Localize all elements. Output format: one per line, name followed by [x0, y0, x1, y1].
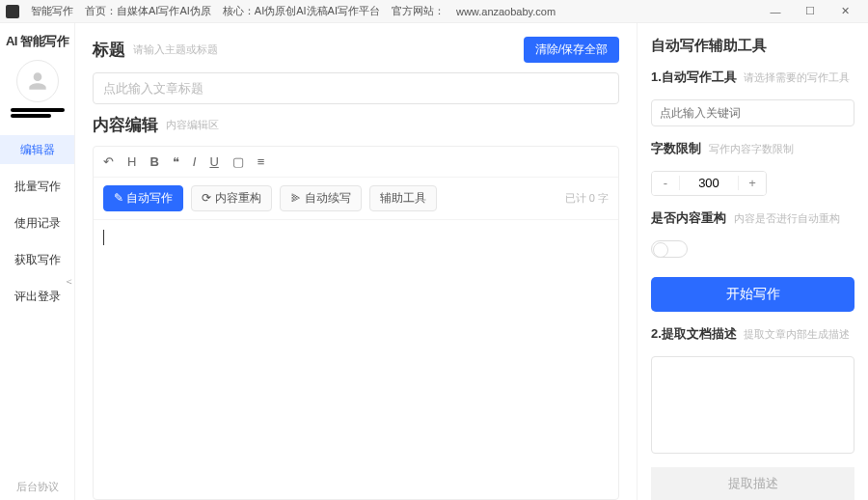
continue-button[interactable]: ⫸ 自动续写: [280, 185, 362, 211]
tools-button[interactable]: 辅助工具: [369, 185, 437, 211]
avatar-icon: [25, 69, 50, 94]
editor-card: ↶ H B ❝ I U ▢ ≡ ✎ 自动写作 ⟳ 内容重构 ⫸ 自动续写 辅助工…: [93, 146, 619, 500]
image-icon[interactable]: ▢: [232, 154, 244, 169]
word-limit-stepper: - +: [651, 171, 767, 196]
header-url[interactable]: www.anzaobaby.com: [456, 6, 556, 17]
underline-icon[interactable]: U: [209, 154, 218, 169]
editor-body[interactable]: [94, 220, 618, 499]
title-input[interactable]: [93, 72, 619, 104]
maximize-button[interactable]: ☐: [793, 0, 827, 23]
sidebar-item-obtain[interactable]: 获取写作: [0, 245, 74, 274]
sidebar-item-batch[interactable]: 批量写作: [0, 172, 74, 201]
avatar[interactable]: [16, 60, 59, 102]
main-area: 标题 请输入主题或标题 清除/保存全部 内容编辑 内容编辑区 ↶ H B ❝ I…: [75, 23, 637, 500]
right-panel: 自动写作辅助工具 1.自动写作工具 请选择需要的写作工具 字数限制 写作内容字数…: [637, 23, 868, 500]
quote-icon[interactable]: ❝: [173, 154, 179, 169]
logo-text: AI 智能写作: [6, 33, 68, 50]
italic-icon[interactable]: I: [193, 154, 197, 169]
rewrite-button[interactable]: ⟳ 内容重构: [191, 185, 271, 211]
minimize-button[interactable]: —: [758, 0, 793, 23]
tool-hint: 请选择需要的写作工具: [744, 71, 850, 83]
close-button[interactable]: ✕: [827, 0, 862, 23]
bold-icon[interactable]: B: [149, 154, 158, 169]
stepper-minus[interactable]: -: [652, 172, 679, 195]
restruct-toggle[interactable]: [651, 240, 688, 258]
restruct-hint: 内容是否进行自动重构: [734, 212, 840, 224]
header-link-3: 官方网站：: [392, 4, 445, 18]
sidebar-item-editor[interactable]: 编辑器: [0, 135, 74, 164]
heading-tool-icon[interactable]: H: [127, 154, 136, 169]
right-panel-title: 自动写作辅助工具: [651, 37, 854, 55]
tool-label: 1.自动写作工具: [651, 69, 737, 84]
description-box[interactable]: [651, 356, 854, 454]
keyword-input[interactable]: [651, 99, 854, 126]
limit-label: 字数限制: [651, 141, 701, 155]
collapse-arrow-icon[interactable]: ＜: [64, 274, 74, 289]
restruct-label: 是否内容重构: [651, 210, 726, 225]
sidebar-item-history[interactable]: 使用记录: [0, 208, 74, 237]
header-link-2[interactable]: 核心：AI伪原创AI洗稿AI写作平台: [223, 4, 380, 18]
limit-hint: 写作内容字数限制: [709, 143, 794, 154]
content-hint: 内容编辑区: [166, 118, 219, 132]
auto-write-button[interactable]: ✎ 自动写作: [103, 185, 183, 211]
extract-label: 2.提取文档描述: [651, 326, 737, 341]
sidebar-footer[interactable]: 后台协议: [16, 480, 59, 494]
more-icon[interactable]: ≡: [258, 154, 265, 169]
save-button[interactable]: 清除/保存全部: [524, 37, 619, 63]
extract-hint: 提取文章内部生成描述: [744, 328, 850, 340]
app-icon: [6, 5, 19, 18]
word-count: 已计 0 字: [565, 191, 609, 206]
extract-button[interactable]: 提取描述: [651, 467, 854, 500]
stepper-value[interactable]: [679, 176, 739, 190]
app-name: 智能写作: [31, 4, 73, 18]
stepper-plus[interactable]: +: [739, 172, 766, 195]
header-link-1[interactable]: 首页：自媒体AI写作AI伪原: [85, 4, 211, 18]
start-button[interactable]: 开始写作: [651, 277, 854, 312]
sidebar: AI 智能写作 编辑器 批量写作 使用记录 获取写作 评出登录 ＜ 后台协议: [0, 23, 75, 500]
title-hint: 请输入主题或标题: [133, 42, 218, 57]
undo-icon[interactable]: ↶: [103, 154, 114, 169]
title-heading: 标题: [93, 39, 125, 61]
username-redacted: [11, 108, 65, 120]
content-heading: 内容编辑: [93, 114, 158, 136]
